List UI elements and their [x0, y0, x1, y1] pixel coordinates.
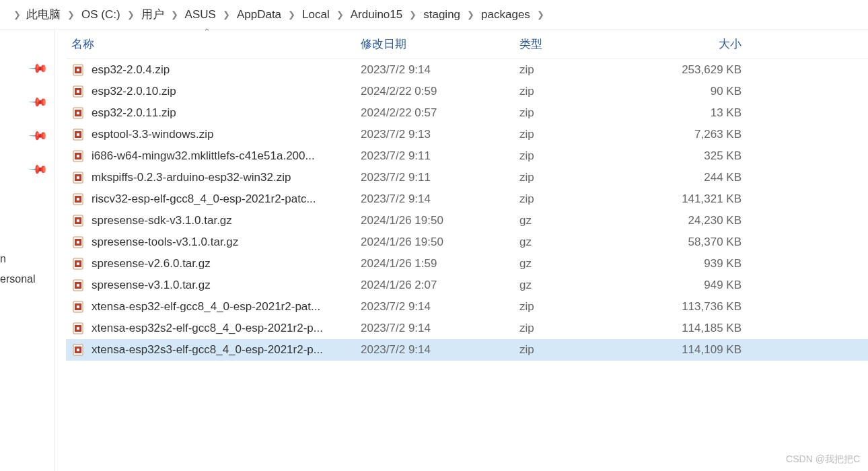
- chevron-right-icon: ❯: [405, 9, 421, 20]
- chevron-right-icon: ❯: [123, 9, 139, 20]
- file-size: 114,185 KB: [654, 322, 742, 335]
- chevron-right-icon[interactable]: ❯: [5, 9, 24, 20]
- breadcrumb-item[interactable]: packages: [478, 8, 533, 22]
- file-row[interactable]: xtensa-esp32-elf-gcc8_4_0-esp-2021r2-pat…: [66, 296, 868, 318]
- column-header-date[interactable]: 修改日期: [361, 36, 519, 52]
- svg-point-35: [77, 305, 79, 308]
- sort-indicator-icon: ⌃: [203, 27, 211, 37]
- file-date: 2023/7/2 9:14: [361, 343, 519, 357]
- breadcrumb[interactable]: ❯ 此电脑❯OS (C:)❯用户❯ASUS❯AppData❯Local❯Ardu…: [0, 0, 868, 30]
- file-type: zip: [519, 343, 654, 357]
- breadcrumb-item[interactable]: OS (C:): [79, 8, 123, 22]
- sidebar: 📌 📌 📌 📌 n ersonal: [0, 30, 55, 471]
- file-size: 13 KB: [654, 106, 742, 120]
- chevron-right-icon: ❯: [219, 9, 234, 20]
- file-name: mkspiffs-0.2.3-arduino-esp32-win32.zip: [92, 171, 291, 184]
- svg-point-26: [77, 241, 79, 244]
- file-size: 24,230 KB: [654, 214, 742, 227]
- breadcrumb-item[interactable]: ASUS: [182, 8, 219, 22]
- svg-point-17: [77, 176, 79, 179]
- file-size: 253,629 KB: [654, 63, 742, 77]
- column-header-name[interactable]: 名称: [66, 36, 361, 52]
- breadcrumb-item[interactable]: staging: [421, 8, 463, 22]
- column-header-size[interactable]: 大小: [654, 36, 742, 52]
- file-row[interactable]: xtensa-esp32s3-elf-gcc8_4_0-esp-2021r2-p…: [66, 339, 868, 361]
- file-name: spresense-sdk-v3.1.0.tar.gz: [92, 214, 232, 227]
- file-type: zip: [519, 149, 654, 163]
- archive-icon: [71, 149, 85, 163]
- file-size: 58,370 KB: [654, 236, 742, 249]
- file-row[interactable]: spresense-v3.1.0.tar.gz 2024/1/26 2:07 g…: [66, 275, 868, 296]
- file-type: zip: [519, 128, 654, 141]
- file-row[interactable]: mkspiffs-0.2.3-arduino-esp32-win32.zip 2…: [66, 167, 868, 188]
- file-name: xtensa-esp32-elf-gcc8_4_0-esp-2021r2-pat…: [92, 300, 320, 314]
- file-list-panel: ⌃ 名称 修改日期 类型 大小 esp32-2.0.4.zip 2023/7/2…: [55, 30, 868, 471]
- svg-point-11: [77, 133, 79, 136]
- file-type: zip: [519, 63, 654, 77]
- file-date: 2023/7/2 9:14: [361, 63, 519, 77]
- archive-icon: [71, 279, 85, 292]
- file-size: 113,736 KB: [654, 300, 742, 314]
- file-date: 2023/7/2 9:14: [361, 322, 519, 335]
- file-size: 7,263 KB: [654, 128, 742, 141]
- file-name: esp32-2.0.10.zip: [92, 85, 176, 98]
- archive-icon: [71, 106, 85, 120]
- chevron-right-icon: ❯: [332, 9, 348, 20]
- file-row[interactable]: i686-w64-mingw32.mklittlefs-c41e51a.200.…: [66, 145, 868, 167]
- file-date: 2024/1/26 19:50: [361, 214, 519, 227]
- file-name: spresense-v3.1.0.tar.gz: [92, 279, 211, 292]
- file-row[interactable]: spresense-tools-v3.1.0.tar.gz 2024/1/26 …: [66, 231, 868, 253]
- svg-point-23: [77, 219, 79, 222]
- file-type: zip: [519, 106, 654, 120]
- svg-point-38: [77, 327, 79, 330]
- file-row[interactable]: esp32-2.0.4.zip 2023/7/2 9:14 zip 253,62…: [66, 59, 868, 81]
- file-type: gz: [519, 214, 654, 227]
- archive-icon: [71, 128, 85, 141]
- chevron-right-icon: ❯: [167, 9, 182, 20]
- file-row[interactable]: esp32-2.0.10.zip 2024/2/22 0:59 zip 90 K…: [66, 81, 868, 102]
- file-row[interactable]: esp32-2.0.11.zip 2024/2/22 0:57 zip 13 K…: [66, 102, 868, 124]
- file-row[interactable]: spresense-sdk-v3.1.0.tar.gz 2024/1/26 19…: [66, 210, 868, 231]
- file-row[interactable]: xtensa-esp32s2-elf-gcc8_4_0-esp-2021r2-p…: [66, 318, 868, 339]
- file-type: zip: [519, 192, 654, 206]
- file-type: zip: [519, 300, 654, 314]
- archive-icon: [71, 322, 85, 335]
- breadcrumb-item[interactable]: AppData: [234, 8, 284, 22]
- archive-icon: [71, 171, 85, 184]
- column-header-type[interactable]: 类型: [519, 36, 654, 52]
- svg-point-14: [77, 155, 79, 157]
- archive-icon: [71, 236, 85, 249]
- breadcrumb-item[interactable]: 用户: [139, 7, 167, 22]
- breadcrumb-item[interactable]: Local: [299, 8, 332, 22]
- file-size: 141,321 KB: [654, 192, 742, 206]
- svg-point-29: [77, 262, 79, 265]
- file-row[interactable]: riscv32-esp-elf-gcc8_4_0-esp-2021r2-patc…: [66, 188, 868, 210]
- sidebar-cut-text: n ersonal: [0, 249, 35, 290]
- main-area: 📌 📌 📌 📌 n ersonal ⌃ 名称 修改日期 类型 大小 esp32-…: [0, 30, 868, 471]
- archive-icon: [71, 300, 85, 314]
- archive-icon: [71, 214, 85, 227]
- file-size: 244 KB: [654, 171, 742, 184]
- file-size: 114,109 KB: [654, 343, 742, 357]
- archive-icon: [71, 343, 85, 357]
- breadcrumb-item[interactable]: 此电脑: [24, 7, 63, 22]
- file-name: spresense-v2.6.0.tar.gz: [92, 257, 211, 270]
- file-type: gz: [519, 236, 654, 249]
- file-type: zip: [519, 171, 654, 184]
- file-size: 949 KB: [654, 279, 742, 292]
- file-row[interactable]: spresense-v2.6.0.tar.gz 2024/1/26 1:59 g…: [66, 253, 868, 275]
- file-type: gz: [519, 279, 654, 292]
- file-name: esptool-3.3-windows.zip: [92, 128, 213, 141]
- file-row[interactable]: esptool-3.3-windows.zip 2023/7/2 9:13 zi…: [66, 124, 868, 145]
- svg-point-32: [77, 284, 79, 287]
- chevron-right-icon: ❯: [284, 9, 299, 20]
- file-type: zip: [519, 85, 654, 98]
- watermark: CSDN @我把把C: [786, 454, 860, 466]
- file-date: 2024/2/22 0:57: [361, 106, 519, 120]
- file-name: i686-w64-mingw32.mklittlefs-c41e51a.200.…: [92, 149, 315, 163]
- file-date: 2024/1/26 1:59: [361, 257, 519, 270]
- svg-point-5: [77, 90, 79, 93]
- file-name: xtensa-esp32s3-elf-gcc8_4_0-esp-2021r2-p…: [92, 343, 323, 357]
- file-name: esp32-2.0.11.zip: [92, 106, 176, 120]
- breadcrumb-item[interactable]: Arduino15: [348, 8, 406, 22]
